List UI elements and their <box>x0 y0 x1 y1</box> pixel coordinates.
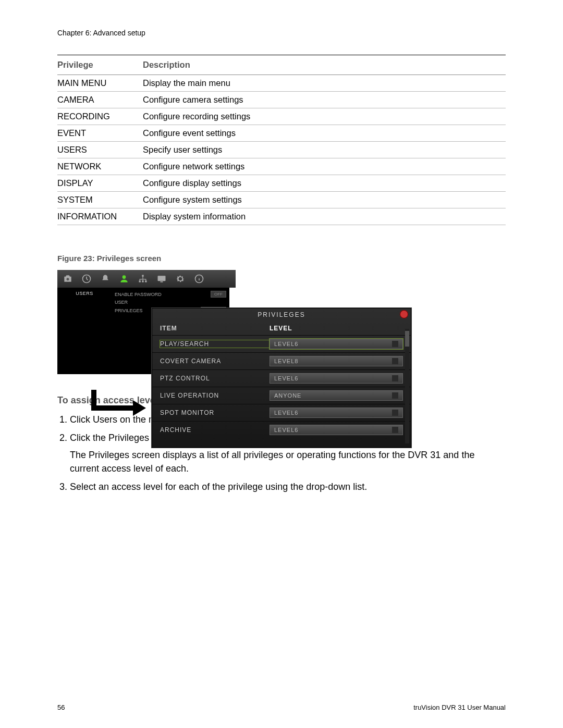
privilege-cell: RECORDING <box>57 108 143 125</box>
privilege-cell: SYSTEM <box>57 192 143 208</box>
chapter-label: Chapter 6: Advanced setup <box>57 29 506 37</box>
chevron-down-icon <box>392 341 398 347</box>
enable-password-toggle[interactable]: OFF <box>211 291 226 298</box>
level-value: LEVEL6 <box>274 410 298 416</box>
users-icon[interactable] <box>117 272 131 286</box>
privilege-item: SPOT MONITOR <box>160 409 270 416</box>
user-label: USER <box>115 300 128 305</box>
clock-icon[interactable] <box>79 272 94 286</box>
privilege-cell: EVENT <box>57 125 143 142</box>
level-select[interactable]: LEVEL8 <box>270 356 403 366</box>
description-cell: Configure display settings <box>143 175 506 192</box>
bell-icon[interactable] <box>98 272 113 286</box>
privileges-popup: PRIVILEGES ITEM LEVEL PLAY/SEARCHLEVEL6C… <box>151 307 412 448</box>
description-cell: Configure recording settings <box>143 108 506 125</box>
description-cell: Configure event settings <box>143 125 506 142</box>
description-cell: Configure camera settings <box>143 92 506 108</box>
level-value: ANYONE <box>274 392 301 399</box>
table-row: EVENTConfigure event settings <box>57 125 506 142</box>
chevron-down-icon <box>392 375 398 381</box>
table-row: MAIN MENUDisplay the main menu <box>57 75 506 92</box>
privilege-item: LIVE OPERATION <box>160 392 270 399</box>
svg-rect-4 <box>139 280 141 282</box>
svg-point-0 <box>67 278 69 280</box>
table-head-description: Description <box>143 55 506 75</box>
footer-manual-title: truVision DVR 31 User Manual <box>413 704 506 711</box>
table-row: NETWORKConfigure network settings <box>57 158 506 175</box>
privilege-cell: USERS <box>57 142 143 158</box>
level-value: LEVEL6 <box>274 375 298 381</box>
table-row: USERSSpecify user settings <box>57 142 506 158</box>
page-number: 56 <box>57 704 65 711</box>
chevron-down-icon <box>392 392 398 399</box>
scrollbar-thumb[interactable] <box>405 331 409 347</box>
info-icon[interactable] <box>192 272 206 286</box>
description-cell: Specify user settings <box>143 142 506 158</box>
privilege-item: PLAY/SEARCH <box>160 340 270 348</box>
privilege-table: Privilege Description MAIN MENUDisplay t… <box>57 55 506 225</box>
level-select[interactable]: ANYONE <box>270 390 403 401</box>
network-icon[interactable] <box>136 272 150 286</box>
privilege-item: PTZ CONTROL <box>160 375 270 382</box>
table-head-privilege: Privilege <box>57 55 143 75</box>
privilege-item: ARCHIVE <box>160 426 270 434</box>
svg-rect-3 <box>142 275 143 277</box>
privilege-item: COVERT CAMERA <box>160 357 270 365</box>
privileges-label: PRIVILEGES <box>115 308 143 313</box>
privilege-row: SPOT MONITORLEVEL6 <box>152 404 411 421</box>
description-cell: Configure network settings <box>143 158 506 175</box>
table-row: DISPLAYConfigure display settings <box>57 175 506 192</box>
svg-rect-6 <box>145 280 146 282</box>
privilege-row: PTZ CONTROLLEVEL6 <box>152 369 411 387</box>
dvr-screenshot: USERS ENABLE PASSWORD OFF USER PRIVILEGE… <box>57 270 412 374</box>
privilege-row: PLAY/SEARCHLEVEL6 <box>152 335 411 352</box>
chevron-down-icon <box>392 358 398 364</box>
privilege-row: ARCHIVELEVEL6 <box>152 421 411 438</box>
display-icon[interactable] <box>154 272 169 286</box>
level-select[interactable]: LEVEL6 <box>270 373 403 384</box>
description-cell: Configure system settings <box>143 192 506 208</box>
privilege-row: LIVE OPERATIONANYONE <box>152 387 411 404</box>
arrow-indicator <box>89 390 146 416</box>
gear-icon[interactable] <box>173 272 188 286</box>
popup-head-level: LEVEL <box>270 325 403 332</box>
level-value: LEVEL6 <box>274 427 298 433</box>
list-item: Select an access level for each of the p… <box>70 480 506 493</box>
level-value: LEVEL8 <box>274 358 298 364</box>
privilege-cell: INFORMATION <box>57 208 143 225</box>
level-value: LEVEL6 <box>274 341 298 347</box>
camera-icon[interactable] <box>60 272 75 286</box>
privilege-cell: CAMERA <box>57 92 143 108</box>
scrollbar[interactable] <box>405 329 409 443</box>
svg-rect-5 <box>142 280 143 282</box>
privilege-row: COVERT CAMERALEVEL8 <box>152 352 411 369</box>
table-row: CAMERAConfigure camera settings <box>57 92 506 108</box>
toolbar <box>57 270 236 288</box>
enable-password-label: ENABLE PASSWORD <box>115 292 162 297</box>
privilege-cell: DISPLAY <box>57 175 143 192</box>
svg-point-2 <box>123 275 126 279</box>
table-row: SYSTEMConfigure system settings <box>57 192 506 208</box>
level-select[interactable]: LEVEL6 <box>270 425 403 435</box>
sidebar-item-users[interactable]: USERS <box>57 288 112 317</box>
figure-caption: Figure 23: Privileges screen <box>57 254 506 263</box>
chevron-down-icon <box>392 427 398 433</box>
table-row: RECORDINGConfigure recording settings <box>57 108 506 125</box>
popup-title: PRIVILEGES <box>152 308 411 322</box>
svg-rect-7 <box>158 276 166 281</box>
popup-head-item: ITEM <box>160 325 270 332</box>
privilege-cell: MAIN MENU <box>57 75 143 92</box>
description-cell: Display system information <box>143 208 506 225</box>
level-select[interactable]: LEVEL6 <box>270 408 403 418</box>
level-select[interactable]: LEVEL6 <box>270 339 403 349</box>
table-row: INFORMATIONDisplay system information <box>57 208 506 225</box>
step-paragraph: The Privileges screen displays a list of… <box>70 449 506 475</box>
description-cell: Display the main menu <box>143 75 506 92</box>
chevron-down-icon <box>392 410 398 416</box>
privilege-cell: NETWORK <box>57 158 143 175</box>
close-icon[interactable] <box>400 310 408 318</box>
svg-rect-8 <box>161 281 163 282</box>
